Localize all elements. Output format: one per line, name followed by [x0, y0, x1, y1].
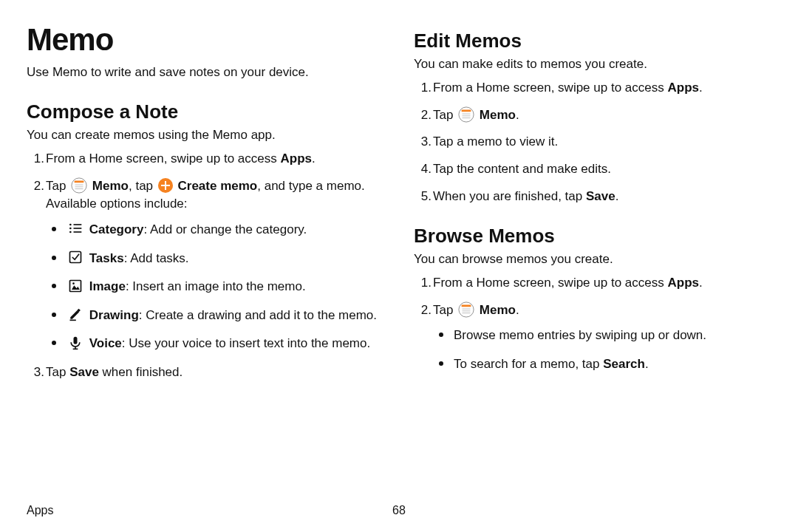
- image-icon: [68, 279, 84, 295]
- edit-step-3: Tap a memo to view it.: [433, 133, 771, 151]
- page-footer: Apps 68: [27, 495, 771, 517]
- option-tasks: Tasks: Add tasks.: [66, 250, 384, 268]
- two-column-layout: Memo Use Memo to write and save notes on…: [27, 22, 771, 495]
- option-desc: : Create a drawing and add it to the mem…: [139, 308, 377, 322]
- browse-heading: Browse Memos: [414, 225, 771, 248]
- compose-step-3: Tap Save when finished.: [46, 364, 384, 382]
- text: .: [516, 303, 519, 317]
- text: From a Home screen, swipe up to access: [433, 276, 667, 290]
- memo-bold: Memo: [89, 179, 129, 193]
- edit-subtext: You can make edits to memos you create.: [414, 57, 771, 72]
- browse-bullet-2: To search for a memo, tap Search.: [454, 355, 771, 374]
- category-icon: [68, 221, 84, 237]
- text: when finished.: [99, 365, 183, 379]
- apps-bold: Apps: [667, 276, 699, 290]
- option-label: Category: [89, 222, 144, 236]
- option-label: Voice: [89, 336, 122, 350]
- compose-options: Category: Add or change the category. Ta…: [46, 221, 384, 353]
- plus-icon: [158, 178, 173, 193]
- page-title: Memo: [27, 22, 384, 58]
- left-column: Memo Use Memo to write and save notes on…: [27, 22, 384, 495]
- tasks-icon: [68, 250, 84, 266]
- search-bold: Search: [603, 357, 645, 371]
- browse-subtext: You can browse memos you create.: [414, 252, 771, 267]
- create-memo-bold: Create memo: [174, 179, 257, 193]
- compose-subtext: You can create memos using the Memo app.: [27, 128, 384, 143]
- text: , tap: [129, 179, 157, 193]
- option-voice: Voice: Use your voice to insert text int…: [66, 335, 384, 353]
- drawing-icon: [68, 307, 84, 323]
- text: Tap: [46, 365, 69, 379]
- text: Tap: [433, 108, 457, 122]
- edit-steps: From a Home screen, swipe up to access A…: [414, 79, 771, 205]
- memo-icon: [458, 106, 474, 123]
- document-page: Memo Use Memo to write and save notes on…: [0, 0, 798, 532]
- memo-icon: [71, 177, 87, 194]
- edit-step-2: Tap Memo.: [433, 106, 771, 125]
- option-label: Image: [89, 279, 126, 293]
- apps-bold: Apps: [280, 151, 312, 166]
- compose-steps: From a Home screen, swipe up to access A…: [27, 150, 384, 382]
- option-desc: : Insert an image into the memo.: [126, 279, 306, 293]
- browse-steps: From a Home screen, swipe up to access A…: [414, 274, 771, 374]
- edit-heading: Edit Memos: [414, 30, 771, 52]
- option-desc: : Add tasks.: [124, 251, 189, 265]
- text: Tap: [46, 179, 69, 193]
- text: .: [516, 108, 519, 122]
- option-drawing: Drawing: Create a drawing and add it to …: [66, 307, 384, 325]
- right-column: Edit Memos You can make edits to memos y…: [414, 22, 771, 495]
- footer-section: Apps: [27, 504, 53, 517]
- voice-icon: [68, 335, 84, 352]
- browse-sub-bullets: Browse memo entries by swiping up or dow…: [433, 327, 771, 373]
- memo-icon: [458, 301, 474, 318]
- option-desc: : Add or change the category.: [143, 222, 307, 236]
- edit-step-1: From a Home screen, swipe up to access A…: [433, 79, 771, 98]
- text: .: [699, 276, 703, 290]
- compose-step-1: From a Home screen, swipe up to access A…: [46, 150, 384, 168]
- option-category: Category: Add or change the category.: [66, 221, 384, 239]
- text: From a Home screen, swipe up to access: [433, 81, 667, 95]
- save-bold: Save: [69, 365, 99, 379]
- text: .: [615, 189, 619, 203]
- option-label: Drawing: [89, 308, 139, 322]
- option-label: Tasks: [89, 251, 124, 265]
- option-image: Image: Insert an image into the memo.: [66, 278, 384, 296]
- text: Tap: [433, 303, 457, 317]
- edit-step-4: Tap the content and make edits.: [433, 160, 771, 179]
- text: .: [312, 151, 316, 166]
- text: When you are finished, tap: [433, 189, 586, 203]
- memo-bold: Memo: [476, 108, 516, 122]
- browse-bullet-1: Browse memo entries by swiping up or dow…: [454, 327, 771, 345]
- edit-step-5: When you are finished, tap Save.: [433, 188, 771, 206]
- compose-step-2: Tap Memo, tap Create memo, and type a me…: [46, 177, 384, 353]
- footer-page-number: 68: [392, 504, 406, 517]
- text: To search for a memo, tap: [454, 357, 603, 371]
- option-desc: : Use your voice to insert text into the…: [122, 336, 370, 350]
- text: .: [699, 81, 703, 95]
- memo-bold: Memo: [476, 303, 516, 317]
- browse-step-1: From a Home screen, swipe up to access A…: [433, 274, 771, 293]
- text: From a Home screen, swipe up to access: [46, 151, 280, 166]
- compose-heading: Compose a Note: [27, 100, 384, 123]
- save-bold: Save: [586, 189, 615, 203]
- text: .: [645, 357, 649, 371]
- intro-text: Use Memo to write and save notes on your…: [27, 65, 384, 80]
- browse-step-2: Tap Memo. Browse memo entries by swiping…: [433, 301, 771, 374]
- apps-bold: Apps: [667, 81, 699, 95]
